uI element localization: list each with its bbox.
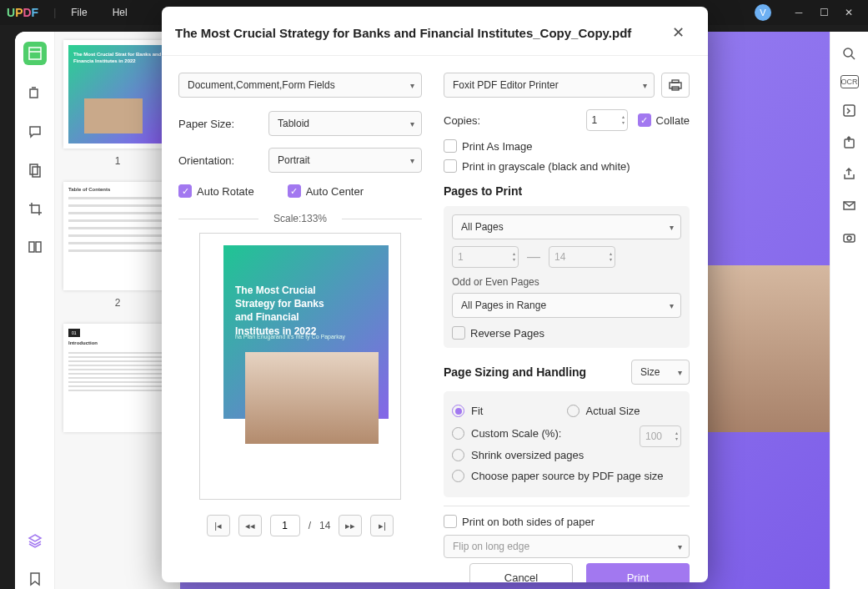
svg-rect-14 [672,80,679,83]
svg-rect-4 [29,242,34,252]
reverse-pages-checkbox[interactable]: Reverse Pages [452,326,681,340]
shrink-radio[interactable]: Shrink oversized pages [452,449,681,461]
orientation-select[interactable]: Portrait [268,148,422,173]
odd-even-label: Odd or Even Pages [452,276,681,288]
print-grayscale-checkbox[interactable]: Print in grayscale (black and white) [444,159,690,173]
printer-select[interactable]: Foxit PDF Editor Printer [444,73,655,98]
svg-rect-13 [670,83,681,88]
search-icon[interactable] [840,43,860,63]
avatar[interactable]: V [755,4,771,21]
convert-icon[interactable] [840,100,860,120]
thumb-number: 1 [63,155,172,167]
page-range-select[interactable]: All Pages [452,214,681,239]
svg-point-12 [847,236,851,240]
printer-properties-button[interactable] [661,73,690,98]
pages-to-print-title: Pages to Print [444,184,690,198]
right-toolbar: OCR [830,32,868,589]
print-as-image-checkbox[interactable]: Print As Image [444,139,690,153]
svg-rect-5 [36,242,41,252]
sizing-select[interactable]: Size [631,360,690,385]
auto-center-checkbox[interactable]: ✓Auto Center [288,184,364,198]
tool-compare-icon[interactable] [25,237,45,257]
paper-source-radio[interactable]: Choose paper source by PDF page size [452,470,681,482]
maximize-button[interactable]: ☐ [811,0,836,25]
thumb-number: 2 [63,297,172,309]
svg-point-6 [844,48,852,57]
ocr-icon[interactable]: OCR [840,75,859,88]
flip-select[interactable]: Flip on long edge [444,535,690,558]
custom-scale-radio[interactable]: Custom Scale (%): [452,427,640,440]
page-input[interactable] [270,515,300,536]
print-button[interactable]: Print [586,563,690,582]
tool-edit-icon[interactable] [25,83,45,103]
minimize-button[interactable]: ─ [786,0,811,25]
left-toolbar [15,32,55,589]
print-dialog: The Most Crucial Strategy for Banks and … [162,7,708,582]
copies-label: Copies: [444,114,586,127]
custom-scale-input[interactable]: 100 [640,425,681,447]
range-to-input[interactable]: 14 [549,246,615,268]
fit-radio[interactable]: Fit [452,405,567,417]
thumbnails-icon[interactable] [23,42,47,65]
preview-pager: |◂ ◂◂ / 14 ▸▸ ▸| [178,515,422,536]
layers-icon[interactable] [25,531,45,551]
content-select[interactable]: Document,Comment,Form Fields [178,73,422,98]
auto-rotate-checkbox[interactable]: ✓Auto Rotate [178,184,254,198]
paper-size-label: Paper Size: [178,118,268,130]
thumbnail-page-3[interactable]: 01 Introduction [63,324,172,432]
copies-input[interactable]: 1 [586,109,628,131]
tool-comment-icon[interactable] [25,122,45,142]
export-icon[interactable] [840,132,860,152]
svg-line-7 [851,56,855,59]
scale-label: Scale:133% [178,213,422,224]
tool-crop-icon[interactable] [25,199,45,219]
dialog-close-button[interactable]: ✕ [669,20,688,45]
orientation-label: Orientation: [178,154,268,167]
range-from-input[interactable]: 1 [452,246,519,268]
app-logo: UPDF [7,6,38,19]
next-page-button[interactable]: ▸▸ [339,515,362,536]
dialog-title: The Most Crucial Strategy for Banks and … [175,26,669,40]
svg-rect-2 [30,164,38,174]
menu-help[interactable]: Hel [113,7,128,18]
paper-size-select[interactable]: Tabloid [268,111,422,136]
mail-icon[interactable] [840,195,860,215]
thumbnail-page-1[interactable]: The Most Crucial Strat for Banks and Fin… [63,40,172,149]
collate-checkbox[interactable]: ✓Collate [638,113,690,127]
camera-icon[interactable] [840,227,860,247]
actual-size-radio[interactable]: Actual Size [567,405,682,417]
duplex-checkbox[interactable]: Print on both sides of paper [444,515,690,528]
close-button[interactable]: ✕ [836,0,861,25]
print-preview: The Most Crucial Strategy for Banks and … [199,233,401,500]
last-page-button[interactable]: ▸| [370,515,394,536]
thumbnail-page-2[interactable]: Table of Contents [63,182,172,290]
odd-even-select[interactable]: All Pages in Range [452,293,681,318]
share-icon[interactable] [840,164,860,184]
tool-page-icon[interactable] [25,160,45,180]
cancel-button[interactable]: Cancel [469,563,573,582]
svg-rect-0 [29,48,41,59]
first-page-button[interactable]: |◂ [207,515,230,536]
svg-rect-3 [33,167,40,177]
menu-file[interactable]: File [71,7,87,18]
sizing-title: Page Sizing and Handling [444,365,586,379]
prev-page-button[interactable]: ◂◂ [238,515,262,536]
page-total: 14 [319,520,330,531]
bookmark-icon[interactable] [25,569,45,589]
